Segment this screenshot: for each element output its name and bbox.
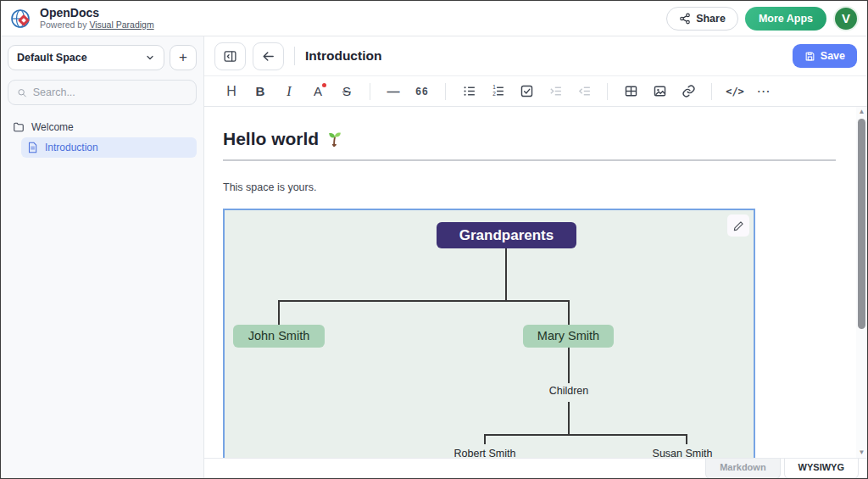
family-tree-diagram[interactable]: Grandparents John Smith Mary Smith Child… xyxy=(223,209,755,458)
tree-node-mary-smith[interactable]: Mary Smith xyxy=(523,325,614,348)
chevron-down-icon xyxy=(145,53,155,63)
edit-diagram-button[interactable] xyxy=(727,214,749,237)
tree-label-susan-smith: Susan Smith xyxy=(653,448,713,458)
share-button[interactable]: Share xyxy=(666,7,738,31)
image-icon xyxy=(653,84,667,98)
connector-line xyxy=(505,248,507,300)
add-space-button[interactable]: + xyxy=(170,45,197,70)
document-heading: Hello world xyxy=(223,129,855,149)
blockquote-button[interactable]: 66 xyxy=(409,80,436,103)
space-selector-value: Default Space xyxy=(17,52,87,64)
back-button[interactable] xyxy=(253,42,284,70)
italic-button[interactable]: I xyxy=(275,80,303,103)
app-header: OpenDocs Powered by Visual Paradigm Shar… xyxy=(1,1,867,36)
save-icon xyxy=(804,51,815,62)
toggle-sidebar-button[interactable] xyxy=(214,42,246,70)
save-button[interactable]: Save xyxy=(793,44,857,68)
app-subtitle: Powered by Visual Paradigm xyxy=(40,19,154,30)
connector-line xyxy=(568,300,570,326)
indent-button[interactable] xyxy=(542,80,569,103)
bold-button[interactable]: B xyxy=(247,80,274,103)
sidebar-item-label: Welcome xyxy=(31,121,74,133)
text-color-button[interactable]: A xyxy=(304,80,331,103)
sidebar: Default Space + Welcome xyxy=(1,36,204,479)
scroll-up-arrow[interactable]: ▲ xyxy=(856,107,867,117)
strikethrough-button[interactable]: S xyxy=(333,80,360,103)
sidebar-item-welcome[interactable]: Welcome xyxy=(8,117,197,137)
opendocs-logo-icon xyxy=(9,7,33,31)
toolbar-separator xyxy=(711,83,712,100)
tree-label-robert-smith: Robert Smith xyxy=(454,448,516,458)
editor-panel: Introduction Save H B I A S — xyxy=(204,36,867,479)
tree-node-grandparents[interactable]: Grandparents xyxy=(437,222,576,248)
visual-paradigm-link[interactable]: Visual Paradigm xyxy=(89,19,153,30)
tab-markdown[interactable]: Markdown xyxy=(705,459,780,479)
share-icon xyxy=(679,13,691,25)
outdent-icon xyxy=(577,84,592,98)
heading-text: Hello world xyxy=(223,129,319,149)
more-apps-button[interactable]: More Apps xyxy=(745,7,826,31)
app-title: OpenDocs xyxy=(40,7,154,19)
editor-footer: Markdown WYSIWYG xyxy=(204,458,867,479)
ordered-list-button[interactable]: 1 2 xyxy=(484,80,511,103)
scroll-down-arrow[interactable]: ▼ xyxy=(856,448,867,458)
search-input[interactable] xyxy=(33,86,187,98)
formatting-toolbar: H B I A S — 66 1 2 xyxy=(204,75,867,107)
horizontal-rule-button[interactable]: — xyxy=(380,80,407,103)
page-title: Introduction xyxy=(305,48,381,64)
document-body[interactable]: Hello world This space is yours. xyxy=(204,107,855,458)
text-color-glyph: A xyxy=(314,84,322,98)
tab-wysiwyg[interactable]: WYSIWYG xyxy=(784,459,859,479)
table-button[interactable] xyxy=(617,80,644,103)
connector-line xyxy=(686,434,687,444)
indent-icon xyxy=(548,84,563,98)
heading-button[interactable]: H xyxy=(218,80,245,103)
space-selector[interactable]: Default Space xyxy=(8,45,164,70)
svg-text:2: 2 xyxy=(492,91,496,97)
heading-rule xyxy=(223,159,836,161)
search-box[interactable] xyxy=(8,80,197,105)
powered-by-text: Powered by xyxy=(40,19,89,30)
sidebar-item-label: Introduction xyxy=(45,142,98,153)
svg-text:1: 1 xyxy=(492,84,496,90)
task-list-button[interactable] xyxy=(513,80,540,103)
tree-node-john-smith[interactable]: John Smith xyxy=(233,325,325,348)
back-arrow-icon xyxy=(261,49,275,64)
sidebar-toggle-icon xyxy=(223,49,237,64)
table-icon xyxy=(624,84,638,98)
folder-icon xyxy=(13,121,25,133)
image-button[interactable] xyxy=(646,80,673,103)
toolbar-separator xyxy=(607,83,608,100)
header-divider xyxy=(294,47,295,65)
toolbar-separator xyxy=(445,83,446,100)
search-icon xyxy=(17,87,27,98)
code-button[interactable]: </> xyxy=(721,80,748,103)
share-label: Share xyxy=(696,13,726,25)
more-apps-label: More Apps xyxy=(759,13,813,25)
color-dot xyxy=(322,83,326,87)
more-options-button[interactable]: ⋯ xyxy=(750,80,777,103)
connector-line xyxy=(278,300,570,302)
document-viewport: Hello world This space is yours. xyxy=(204,107,867,458)
sidebar-item-introduction[interactable]: Introduction xyxy=(21,137,197,158)
link-icon xyxy=(682,84,696,98)
seedling-emoji-icon xyxy=(326,130,344,148)
scrollbar-thumb[interactable] xyxy=(858,119,865,329)
bullet-list-icon xyxy=(462,84,476,98)
save-label: Save xyxy=(821,50,845,62)
link-button[interactable] xyxy=(675,80,702,103)
app-logo: OpenDocs Powered by Visual Paradigm xyxy=(9,7,154,31)
user-avatar[interactable]: V xyxy=(833,6,859,31)
bullet-list-button[interactable] xyxy=(455,80,482,103)
task-list-icon xyxy=(520,84,534,98)
document-paragraph: This space is yours. xyxy=(223,181,855,193)
editor-header: Introduction Save xyxy=(204,36,867,75)
connector-line xyxy=(568,348,570,383)
connector-line xyxy=(568,402,570,434)
outdent-button[interactable] xyxy=(570,80,598,103)
vertical-scrollbar[interactable]: ▲ ▼ xyxy=(856,107,867,458)
pencil-icon xyxy=(733,220,744,231)
document-icon xyxy=(26,142,38,153)
connector-line xyxy=(484,434,687,436)
ordered-list-icon: 1 2 xyxy=(491,84,505,98)
